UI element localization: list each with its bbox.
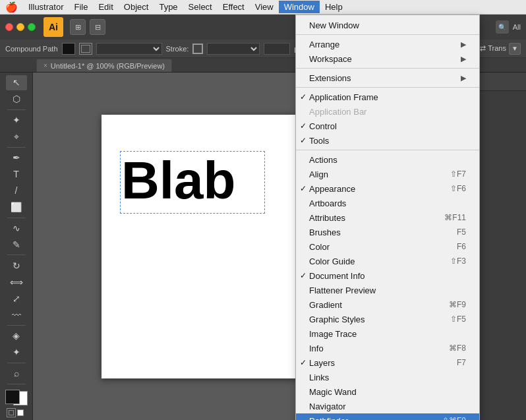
menu-view[interactable]: View	[250, 1, 279, 13]
scale-tool[interactable]: ⤢	[6, 291, 27, 306]
menu-item-arrange[interactable]: Arrange▶	[296, 37, 479, 51]
shortcut-label: ⇧⌘F9	[442, 416, 466, 420]
menu-item-control[interactable]: ✓Control	[296, 119, 479, 133]
menu-item-application-bar[interactable]: Application Bar	[296, 104, 479, 119]
menu-object[interactable]: Object	[119, 1, 154, 13]
panel-toggle[interactable]: ▼	[509, 43, 521, 55]
menu-illustrator[interactable]: Illustrator	[23, 1, 69, 13]
menu-item-graphic-styles[interactable]: Graphic Styles⇧F5	[296, 312, 479, 326]
search-btn[interactable]: 🔍	[496, 20, 509, 34]
close-button[interactable]	[5, 23, 13, 31]
fill-none-icon[interactable]	[17, 409, 24, 416]
pen-tool[interactable]: ✒	[6, 150, 27, 165]
menu-separator	[296, 68, 479, 69]
selection-tool[interactable]: ↖	[6, 75, 27, 90]
workspace-icon[interactable]: ⊟	[90, 19, 105, 35]
menu-item-attributes[interactable]: Attributes⌘F11	[296, 210, 479, 225]
stroke-icon[interactable]	[7, 408, 16, 417]
maximize-button[interactable]	[28, 23, 36, 31]
tool-divider-5	[7, 325, 26, 326]
menu-item-tools[interactable]: ✓Tools	[296, 133, 479, 148]
menu-item-new-window[interactable]: New Window	[296, 18, 479, 32]
document-tab[interactable]: × Untitled-1* @ 100% (RGB/Preview)	[36, 59, 172, 72]
submenu-arrow-icon: ▶	[461, 74, 466, 82]
menu-item-label: Tools	[309, 136, 329, 146]
tool-divider-4	[7, 255, 26, 255]
warp-tool[interactable]: 〰	[6, 307, 27, 322]
toolbar-left: ↖ ⬡ ✦ ⌖ ✒ T / ⬜ ∿ ✎ ↻ ⟺ ⤢ 〰 ◈ ✦ ⌕	[0, 73, 33, 420]
direct-selection-tool[interactable]: ⬡	[6, 92, 27, 107]
tab-title: Untitled-1* @ 100% (RGB/Preview)	[51, 62, 165, 70]
magic-wand-tool[interactable]: ✦	[6, 113, 27, 128]
blend-tool[interactable]: ◈	[6, 328, 27, 344]
line-tool[interactable]: /	[6, 183, 27, 198]
menu-separator	[296, 34, 479, 35]
menu-help[interactable]: Help	[320, 1, 348, 13]
menu-item-artboards[interactable]: Artboards	[296, 196, 479, 210]
menu-window[interactable]: Window	[279, 1, 320, 13]
menu-item-extensions[interactable]: Extensions▶	[296, 71, 479, 85]
menu-item-workspace[interactable]: Workspace▶	[296, 51, 479, 66]
stroke-select[interactable]	[207, 43, 260, 55]
menu-type[interactable]: Type	[154, 1, 183, 13]
menu-item-label: Document Info	[309, 271, 365, 281]
menu-item-color-guide[interactable]: Color Guide⇧F3	[296, 254, 479, 268]
menu-item-label: Control	[309, 121, 337, 131]
foreground-color[interactable]	[5, 390, 20, 404]
menu-item-actions[interactable]: Actions	[296, 152, 479, 167]
stroke-fill-icons	[7, 408, 26, 417]
menu-item-image-trace[interactable]: Image Trace	[296, 326, 479, 341]
menu-item-info[interactable]: Info⌘F8	[296, 341, 479, 355]
apple-menu[interactable]: 🍎	[0, 0, 23, 15]
menu-item-application-frame[interactable]: ✓Application Frame	[296, 90, 479, 104]
text-tool[interactable]: T	[6, 167, 27, 182]
fill-color-swatch[interactable]	[62, 43, 75, 55]
color-boxes[interactable]	[5, 390, 28, 406]
menu-item-links[interactable]: Links	[296, 370, 479, 384]
menu-item-label: Application Bar	[309, 107, 366, 117]
pencil-tool[interactable]: ✎	[6, 237, 27, 252]
menu-item-document-info[interactable]: ✓Document Info	[296, 268, 479, 283]
menu-item-label: Application Frame	[309, 92, 378, 102]
shortcut-label: ⇧F5	[450, 315, 466, 324]
mirror-tool[interactable]: ⟺	[6, 274, 27, 289]
menu-item-appearance[interactable]: ✓Appearance⇧F6	[296, 181, 479, 196]
menu-item-label: Workspace	[309, 54, 352, 64]
menu-item-navigator[interactable]: Navigator	[296, 399, 479, 413]
menu-edit[interactable]: Edit	[93, 1, 118, 13]
shortcut-label: ⇧F7	[450, 169, 466, 179]
shortcut-label: ⇧F3	[450, 256, 466, 266]
menu-item-brushes[interactable]: BrushesF5	[296, 225, 479, 239]
ai-label: All	[513, 23, 521, 31]
rotate-tool[interactable]: ↻	[6, 258, 27, 273]
stroke-swatch[interactable]	[192, 44, 203, 54]
stroke-color-swatch[interactable]	[79, 43, 92, 55]
menu-item-align[interactable]: Align⇧F7	[296, 167, 479, 181]
menu-item-label: Layers	[309, 358, 335, 368]
checkmark-icon: ✓	[300, 184, 307, 193]
tab-close-icon[interactable]: ×	[44, 62, 47, 69]
lasso-tool[interactable]: ⌖	[6, 129, 27, 144]
menu-item-gradient[interactable]: Gradient⌘F9	[296, 297, 479, 312]
zoom-tool[interactable]: ⌕	[6, 366, 27, 381]
menu-item-label: Graphic Styles	[309, 315, 365, 324]
minimize-button[interactable]	[16, 23, 24, 31]
stroke-weight-input[interactable]	[264, 43, 290, 55]
menu-item-label: Magic Wand	[309, 387, 357, 397]
path-select[interactable]	[96, 43, 162, 55]
menu-effect[interactable]: Effect	[218, 1, 250, 13]
eyedropper-tool[interactable]: ✦	[6, 345, 27, 360]
stroke-label: Stroke:	[166, 45, 189, 53]
menu-separator	[296, 87, 479, 88]
menu-item-flattener-preview[interactable]: Flattener Preview	[296, 283, 479, 297]
menu-item-magic-wand[interactable]: Magic Wand	[296, 384, 479, 399]
arrange-icon[interactable]: ⊞	[70, 19, 86, 35]
menu-file[interactable]: File	[69, 1, 93, 13]
rectangle-tool[interactable]: ⬜	[6, 200, 27, 215]
menu-item-pathfinder[interactable]: Pathfinder⇧⌘F9	[296, 413, 479, 420]
shortcut-label: F5	[457, 227, 466, 237]
menu-select[interactable]: Select	[183, 1, 218, 13]
paintbrush-tool[interactable]: ∿	[6, 220, 27, 235]
menu-item-color[interactable]: ColorF6	[296, 239, 479, 254]
menu-item-layers[interactable]: ✓LayersF7	[296, 355, 479, 370]
